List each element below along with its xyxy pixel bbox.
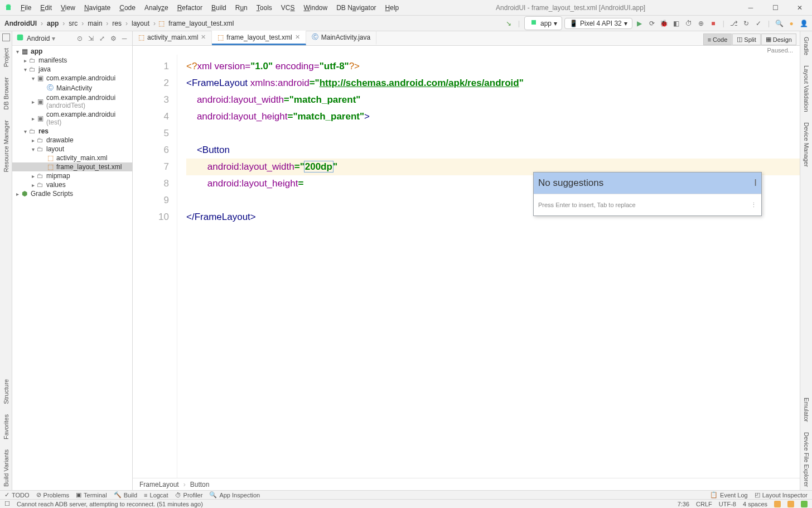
menu-view[interactable]: View	[57, 2, 79, 14]
device-selector[interactable]: 📱 Pixel 4 API 32 ▾	[564, 18, 632, 29]
tree-res[interactable]: ▾🗀res	[12, 127, 132, 136]
tool-device-manager[interactable]: Device Manager	[802, 119, 811, 170]
menu-tools[interactable]: Tools	[253, 2, 276, 14]
expand-icon[interactable]: ⇲	[86, 34, 95, 43]
close-icon[interactable]: ✕	[295, 33, 300, 41]
tree-activity-main-xml[interactable]: ⬚activity_main.xml	[12, 154, 132, 162]
crumb-src[interactable]: src	[67, 18, 79, 28]
bottom-layout-inspector[interactable]: ◰ Layout Inspector	[755, 491, 808, 499]
menu-refactor[interactable]: Refactor	[173, 2, 206, 14]
file-encoding[interactable]: UTF-8	[719, 501, 736, 507]
crumb-button[interactable]: Button	[190, 481, 210, 488]
profiler-icon[interactable]: ⏱	[684, 18, 694, 28]
tree-mipmap[interactable]: ▸🗀mipmap	[12, 171, 132, 180]
bottom-problems[interactable]: ⊘ Problems	[36, 491, 69, 499]
tree-drawable[interactable]: ▸🗀drawable	[12, 136, 132, 145]
tool-device-file-explorer[interactable]: Device File Explorer	[802, 429, 811, 490]
menu-code[interactable]: Code	[115, 2, 139, 14]
menu-help[interactable]: Help	[381, 2, 403, 14]
crumb-project[interactable]: AndroidUI	[3, 18, 38, 28]
tree-pkg-androidtest[interactable]: ▸▣com.example.androidui (androidTest)	[12, 93, 132, 110]
avatar-icon[interactable]: 👤	[799, 18, 809, 28]
bottom-profiler[interactable]: ⏱ Profiler	[175, 492, 203, 499]
bottom-build[interactable]: 🔨 Build	[114, 491, 137, 499]
tool-structure[interactable]: Structure	[2, 376, 11, 408]
crumb-layout[interactable]: layout	[130, 18, 151, 28]
bottom-todo[interactable]: ✓ TODO	[4, 491, 30, 499]
bottom-terminal[interactable]: ▣ Terminal	[76, 491, 107, 499]
update-icon[interactable]: ↻	[741, 18, 751, 28]
menu-window[interactable]: Window	[299, 2, 331, 14]
project-structure-icon[interactable]	[2, 33, 10, 41]
bottom-logcat[interactable]: ≡ Logcat	[144, 492, 168, 499]
crumb-module[interactable]: app	[46, 18, 60, 28]
tree-pkg-main[interactable]: ▾▣com.example.androidui	[12, 74, 132, 83]
menu-analyze[interactable]: Analyze	[141, 2, 172, 14]
menu-dbnav[interactable]: DB Navigator	[332, 2, 380, 14]
sync-icon[interactable]: ↘	[504, 18, 514, 28]
tree-manifests[interactable]: ▸🗀manifests	[12, 56, 132, 65]
tree-frame-layout-xml[interactable]: ⬚frame_layout_test.xml	[12, 162, 132, 171]
warning-indicator-icon[interactable]	[774, 501, 781, 507]
bottom-app-inspection[interactable]: 🔍 App Inspection	[209, 491, 260, 499]
tab-main-activity-java[interactable]: ⒸMainActivity.java	[306, 31, 376, 45]
view-mode-code[interactable]: ≡ Code	[703, 33, 732, 45]
crumb-main[interactable]: main	[86, 18, 103, 28]
gear-icon[interactable]: ⚙	[109, 34, 118, 43]
menu-run[interactable]: Run	[231, 2, 252, 14]
bottom-event-log[interactable]: 📋 Event Log	[710, 491, 748, 499]
menu-build[interactable]: Build	[207, 2, 230, 14]
crumb-file[interactable]: frame_layout_test.xml	[167, 18, 235, 28]
menu-navigate[interactable]: Navigate	[80, 2, 114, 14]
apply-changes-icon[interactable]: ⟳	[647, 18, 657, 28]
tool-project[interactable]: Project	[2, 45, 11, 70]
attach-debugger-icon[interactable]: ⊕	[696, 18, 706, 28]
coverage-icon[interactable]: ◧	[671, 18, 682, 28]
menu-vcs[interactable]: VCS	[277, 2, 299, 14]
tool-db-browser[interactable]: DB Browser	[2, 74, 11, 113]
tree-pkg-test[interactable]: ▸▣com.example.androidui (test)	[12, 110, 132, 127]
tree-main-activity[interactable]: ⒸMainActivity	[12, 83, 132, 93]
crumb-res[interactable]: res	[111, 18, 123, 28]
tab-frame-layout[interactable]: ⬚frame_layout_test.xml✕	[212, 31, 306, 45]
vcs-icon[interactable]: ⎇	[729, 18, 739, 28]
caret-position[interactable]: 7:36	[678, 501, 689, 507]
stop-icon[interactable]: ■	[708, 18, 718, 28]
tool-layout-validation[interactable]: Layout Validation	[802, 62, 811, 116]
tree-layout[interactable]: ▾🗀layout	[12, 145, 132, 154]
maximize-button[interactable]: ☐	[763, 0, 787, 16]
project-view-selector[interactable]: Android	[27, 35, 50, 42]
tool-emulator[interactable]: Emulator	[802, 394, 811, 425]
status-expand-icon[interactable]: ☐	[4, 500, 10, 507]
hide-panel-icon[interactable]: ─	[120, 34, 129, 43]
autocomplete-item[interactable]: No suggestionsI	[534, 172, 761, 194]
crumb-framelayout[interactable]: FrameLayout	[139, 481, 179, 488]
view-mode-split[interactable]: ◫ Split	[732, 33, 760, 45]
debug-icon[interactable]: 🐞	[659, 18, 669, 28]
collapse-icon[interactable]: ⤢	[98, 34, 107, 43]
run-icon[interactable]: ▶	[635, 18, 645, 28]
locate-icon[interactable]: ⊙	[75, 34, 84, 43]
warning-indicator-icon[interactable]	[787, 501, 794, 507]
menu-file[interactable]: File	[17, 2, 35, 14]
tool-favorites[interactable]: Favorites	[2, 411, 11, 443]
tree-gradle-scripts[interactable]: ▸⬢Gradle Scripts	[12, 189, 132, 198]
tool-resource-manager[interactable]: Resource Manager	[2, 117, 11, 176]
menu-edit[interactable]: Edit	[36, 2, 56, 14]
popup-menu-icon[interactable]: ⋮	[751, 197, 757, 213]
indent-setting[interactable]: 4 spaces	[743, 501, 767, 507]
tree-app-module[interactable]: ▾▦app	[12, 47, 132, 56]
tree-values[interactable]: ▸🗀values	[12, 180, 132, 189]
run-config-selector[interactable]: app ▾	[524, 16, 562, 30]
code-content[interactable]: <?xml version="1.0" encoding="utf-8"?> <…	[177, 55, 800, 478]
ide-settings-icon[interactable]: ●	[786, 18, 796, 28]
tab-activity-main[interactable]: ⬚activity_main.xml✕	[133, 31, 212, 45]
ready-indicator-icon[interactable]	[801, 501, 808, 507]
commit-icon[interactable]: ✓	[753, 18, 763, 28]
close-icon[interactable]: ✕	[201, 33, 206, 41]
close-button[interactable]: ✕	[787, 0, 812, 16]
code-editor[interactable]: 12345678910 <?xml version="1.0" encoding…	[133, 55, 800, 478]
tool-gradle[interactable]: Gradle	[802, 33, 811, 59]
tool-build-variants[interactable]: Build Variants	[2, 446, 11, 490]
line-separator[interactable]: CRLF	[696, 501, 712, 507]
